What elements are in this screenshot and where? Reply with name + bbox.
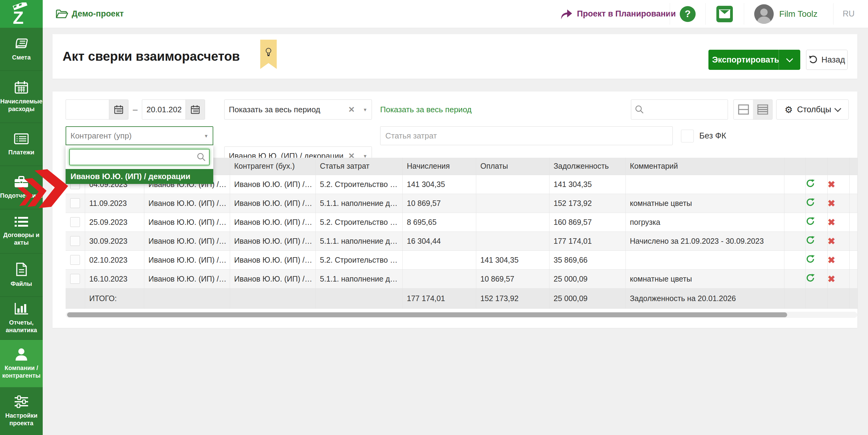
app-window: Z Демо-проект Проект в Планировании ?	[0, 0, 868, 435]
sidebar-item-icon	[14, 37, 29, 50]
delete-icon[interactable]: ✖	[828, 217, 835, 227]
no-fc-checkbox[interactable]	[681, 130, 694, 143]
show-full-period-link[interactable]: Показать за весь период	[380, 99, 472, 120]
counterparty-mgmt-select[interactable]: Контрагент (упр) ▼	[66, 126, 213, 145]
delete-icon[interactable]: ✖	[828, 236, 835, 246]
delete-icon[interactable]: ✖	[828, 255, 835, 265]
sidebar-item-book[interactable]: Смета	[0, 28, 43, 71]
header-debt[interactable]: Задолженность	[549, 158, 625, 175]
cell-comment	[625, 250, 784, 269]
totals-label: ИТОГО:	[85, 288, 144, 308]
messages-button[interactable]	[716, 0, 733, 28]
search-icon	[635, 105, 644, 114]
header-accrued[interactable]: Начисления	[402, 158, 476, 175]
refresh-icon[interactable]	[806, 217, 815, 226]
sidebar-item-chart[interactable]: Отчеты, аналитика	[0, 297, 43, 340]
cell-cp-acc: Иванов Ю.Ю. (ИП) /…	[230, 269, 315, 288]
clear-icon[interactable]: ✕	[348, 105, 355, 114]
svg-text:Z: Z	[13, 8, 24, 26]
cell-date: 25.09.2023	[85, 213, 144, 231]
date-to-picker[interactable]	[186, 100, 205, 119]
cell-debt: 152 173,92	[549, 194, 625, 213]
language-switcher[interactable]: RU	[843, 0, 855, 28]
row-checkbox[interactable]	[70, 217, 80, 227]
counterparty-mgmt-dropdown: Контрагент (упр) ▼ Иванов Ю.Ю. (ИП) / де…	[66, 126, 213, 184]
refresh-icon[interactable]	[806, 254, 815, 263]
cell-cp-mgmt: Иванов Ю.Ю. (ИП) /…	[144, 194, 230, 213]
header-paid[interactable]: Оплаты	[476, 158, 549, 175]
cell-comment: комнатные цветы	[625, 269, 784, 288]
export-button[interactable]: Экспортировать	[708, 50, 779, 70]
view-dense-button[interactable]	[753, 100, 772, 119]
cell-cp-acc: Иванов Ю.Ю. (ИП) /…	[230, 194, 315, 213]
row-checkbox[interactable]	[70, 274, 80, 284]
delete-icon[interactable]: ✖	[828, 179, 835, 189]
refresh-icon[interactable]	[806, 198, 815, 207]
project-status-link[interactable]: Проект в Планировании	[560, 0, 676, 28]
sidebar-item-icon	[14, 395, 29, 408]
caret-down-icon: ▼	[363, 107, 367, 112]
date-from-input[interactable]	[66, 100, 109, 119]
cell-cp-acc: Иванов Ю.Ю. (ИП) /…	[230, 175, 315, 194]
columns-button[interactable]: ⚙ Столбцы	[776, 99, 849, 120]
date-range-dash: –	[130, 99, 141, 120]
header-comment[interactable]: Комментарий	[625, 158, 784, 175]
cell-cost-item: 5.1.1. наполнение д…	[315, 269, 402, 288]
sidebar-item-icon	[14, 133, 29, 145]
sidebar-item-sliders[interactable]: Настройки проекта	[0, 387, 43, 435]
cost-item-input[interactable]	[385, 131, 668, 141]
help-button[interactable]: ?	[680, 0, 695, 28]
row-checkbox[interactable]	[70, 236, 80, 246]
sidebar-item-calendar[interactable]: Начисляемые расходы	[0, 71, 43, 123]
sidebar-item-label: Начисляемые расходы	[0, 98, 42, 113]
user-menu[interactable]: Film Toolz	[754, 0, 818, 28]
row-checkbox[interactable]	[70, 255, 80, 265]
view-split-button[interactable]	[734, 100, 753, 119]
sidebar-item-person[interactable]: Компании / контрагенты	[0, 340, 43, 387]
cell-cp-mgmt: Иванов Ю.Ю. (ИП) /…	[144, 250, 230, 269]
table-search-input[interactable]	[647, 105, 724, 115]
app-logo[interactable]: Z	[0, 0, 43, 28]
cell-paid	[476, 213, 549, 231]
date-from-picker[interactable]	[109, 100, 128, 119]
sidebar: Смета Начисляемые расходы Платежи Подотч…	[0, 28, 43, 435]
sidebar-item-label: Смета	[12, 54, 31, 61]
delete-icon[interactable]: ✖	[828, 274, 835, 284]
refresh-icon[interactable]	[806, 236, 815, 245]
totals-row: ИТОГО: 177 174,01 152 173,92 25 000,09 З…	[66, 288, 857, 308]
share-arrow-icon	[560, 8, 573, 20]
cell-paid: 10 869,57	[476, 269, 549, 288]
cell-cp-acc: Иванов Ю.Ю. (ИП) /…	[230, 250, 315, 269]
sidebar-item-payments[interactable]: Платежи	[0, 123, 43, 166]
cell-cost-item: 5.2. Строительство …	[315, 213, 402, 231]
delete-icon[interactable]: ✖	[828, 198, 835, 208]
table-row: 16.10.2023 Иванов Ю.Ю. (ИП) /… Иванов Ю.…	[66, 269, 857, 288]
undo-icon	[808, 55, 818, 64]
project-breadcrumb[interactable]: Демо-проект	[56, 0, 124, 28]
dropdown-search-input[interactable]	[73, 152, 197, 162]
folder-open-icon	[56, 9, 68, 19]
sidebar-item-file[interactable]: Файлы	[0, 253, 43, 297]
header-cp-acc[interactable]: Контрагент (бух.)	[230, 158, 315, 175]
dropdown-option[interactable]: Иванов Ю.Ю. (ИП) / декорации	[66, 169, 213, 184]
horizontal-scrollbar-thumb[interactable]	[67, 312, 787, 317]
back-button[interactable]: Назад	[806, 50, 847, 70]
sidebar-item-icon	[14, 81, 28, 94]
cell-date: 11.09.2023	[85, 194, 144, 213]
sidebar-item-label: Отчеты, аналитика	[1, 319, 41, 334]
period-select[interactable]: Показать за весь период ✕ ▼	[224, 99, 372, 120]
chevron-down-icon	[834, 105, 841, 112]
caret-down-icon: ▼	[204, 133, 208, 138]
header-cost-item[interactable]: Статья затрат	[315, 158, 402, 175]
table-row: 11.09.2023 Иванов Ю.Ю. (ИП) /… Иванов Ю.…	[66, 194, 857, 213]
cell-cp-mgmt: Иванов Ю.Ю. (ИП) /…	[144, 213, 230, 231]
refresh-icon[interactable]	[806, 179, 815, 188]
export-options-button[interactable]	[779, 50, 800, 70]
date-to-input[interactable]	[142, 100, 186, 119]
sidebar-item-contracts[interactable]: Договоры и акты	[0, 209, 43, 253]
cell-debt: 177 174,01	[549, 231, 625, 250]
refresh-icon[interactable]	[806, 273, 815, 282]
sidebar-item-icon	[14, 302, 29, 315]
page-title: Акт сверки взаиморасчетов	[63, 34, 240, 79]
cell-accrued: 10 869,57	[402, 194, 476, 213]
